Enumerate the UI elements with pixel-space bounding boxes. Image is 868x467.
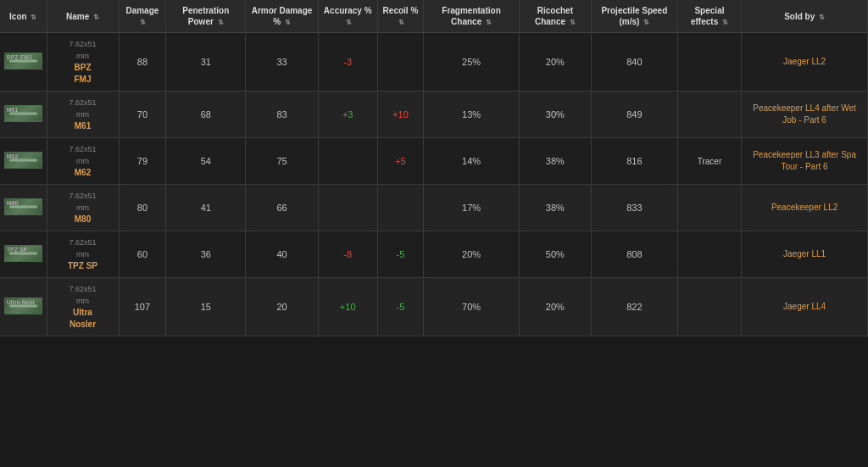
recoil-cell <box>377 33 424 92</box>
fragmentation-cell: 20% <box>424 231 519 278</box>
sort-arrow-icon: ⇅ <box>93 14 99 22</box>
accuracy-cell <box>318 185 377 231</box>
icon-label: Ultra Nosl <box>7 299 35 305</box>
table-row: BPZ FMJ7.62x51mmBPZFMJ883133-325%20%840J… <box>0 33 868 92</box>
special-effects-cell <box>677 33 741 92</box>
icon-cell: Ultra Nosl <box>0 278 47 336</box>
name-cell: 7.62x51mmUltraNosler <box>47 278 119 336</box>
ammo-icon: M62 <box>4 152 42 169</box>
ammo-name: M62 <box>75 168 91 177</box>
penetration-cell: 68 <box>166 92 246 138</box>
damage-cell: 88 <box>119 33 166 92</box>
accuracy-cell <box>318 138 377 185</box>
ammo-table: Icon ⇅ Name ⇅ Damage ⇅ Penetration Power… <box>0 0 868 336</box>
ricochet-cell: 38% <box>519 185 591 231</box>
col-sold-by[interactable]: Sold by ⇅ <box>742 0 868 33</box>
penetration-cell: 54 <box>166 138 246 185</box>
ammo-icon: M80 <box>4 198 42 215</box>
col-damage[interactable]: Damage ⇅ <box>119 0 166 33</box>
recoil-cell: -5 <box>377 278 424 336</box>
col-recoil[interactable]: Recoil % ⇅ <box>377 0 424 33</box>
ricochet-cell: 30% <box>519 92 591 138</box>
penetration-cell: 31 <box>166 33 246 92</box>
special-effects-cell <box>677 278 741 336</box>
penetration-cell: 15 <box>166 278 246 336</box>
col-projectile-speed[interactable]: Projectile Speed (m/s) ⇅ <box>591 0 677 33</box>
col-name[interactable]: Name ⇅ <box>47 0 119 33</box>
ammo-name: M61 <box>75 121 91 131</box>
armor-damage-cell: 66 <box>246 185 319 231</box>
col-ricochet[interactable]: Ricochet Chance ⇅ <box>519 0 591 33</box>
table-row: M627.62x51mmM62795475+514%38%816TracerPe… <box>0 138 868 185</box>
projectile-speed-cell: 833 <box>591 185 677 231</box>
table-row: M617.62x51mmM61706883+3+1013%30%849Peace… <box>0 92 868 138</box>
recoil-cell: -5 <box>377 231 424 278</box>
ammo-name: M80 <box>75 214 91 224</box>
armor-damage-cell: 33 <box>246 33 319 92</box>
ricochet-cell: 20% <box>519 33 591 92</box>
col-armor-damage[interactable]: Armor Damage % ⇅ <box>246 0 319 33</box>
special-effects-cell <box>677 92 741 138</box>
projectile-speed-cell: 808 <box>591 231 677 278</box>
recoil-cell: +10 <box>377 92 424 138</box>
accuracy-value: +10 <box>340 302 356 312</box>
damage-cell: 60 <box>119 231 166 278</box>
ammo-icon: Ultra Nosl <box>4 297 42 314</box>
recoil-cell: +5 <box>377 138 424 185</box>
name-cell: 7.62x51mmBPZFMJ <box>47 33 119 92</box>
accuracy-cell: -8 <box>318 231 377 278</box>
sort-arrow-icon: ⇅ <box>722 19 728 27</box>
sort-arrow-icon: ⇅ <box>643 19 649 27</box>
damage-cell: 80 <box>119 185 166 231</box>
fragmentation-cell: 13% <box>424 92 519 138</box>
sold-by-cell: Peacekeeper LL4 after Wet Job - Part 6 <box>742 92 868 138</box>
damage-cell: 79 <box>119 138 166 185</box>
recoil-value: +10 <box>392 109 409 120</box>
recoil-value: +5 <box>395 156 406 166</box>
ammo-icon: BPZ FMJ <box>4 53 42 69</box>
sort-arrow-icon: ⇅ <box>140 19 146 27</box>
sort-arrow-icon: ⇅ <box>218 19 224 27</box>
icon-cell: BPZ FMJ <box>0 33 47 92</box>
recoil-cell <box>377 185 424 231</box>
col-icon[interactable]: Icon ⇅ <box>0 0 47 33</box>
col-penetration[interactable]: Penetration Power ⇅ <box>166 0 246 33</box>
col-fragmentation[interactable]: Fragmentation Chance ⇅ <box>424 0 519 33</box>
table-header: Icon ⇅ Name ⇅ Damage ⇅ Penetration Power… <box>0 0 868 33</box>
ammo-caliber: 7.62x51mm <box>69 238 96 259</box>
table-body: BPZ FMJ7.62x51mmBPZFMJ883133-325%20%840J… <box>0 33 868 336</box>
icon-label: BPZ FMJ <box>7 54 32 60</box>
icon-label: M62 <box>7 153 19 159</box>
fragmentation-cell: 70% <box>424 278 519 336</box>
armor-damage-cell: 20 <box>246 278 319 336</box>
sort-arrow-icon: ⇅ <box>486 19 492 27</box>
ammo-caliber: 7.62x51mm <box>69 192 96 212</box>
name-cell: 7.62x51mmM61 <box>47 92 119 138</box>
name-cell: 7.62x51mmM80 <box>47 185 119 231</box>
special-effects-cell <box>677 231 741 278</box>
sort-arrow-icon: ⇅ <box>819 14 825 22</box>
ammo-caliber: 7.62x51mm <box>69 145 96 165</box>
icon-cell: M62 <box>0 138 47 185</box>
ammo-caliber: 7.62x51mm <box>69 40 96 60</box>
col-special-effects[interactable]: Special effects ⇅ <box>677 0 741 33</box>
col-accuracy[interactable]: Accuracy % ⇅ <box>318 0 377 33</box>
recoil-value: -5 <box>397 249 405 259</box>
ricochet-cell: 20% <box>519 278 591 336</box>
armor-damage-cell: 83 <box>246 92 319 138</box>
sold-by-cell: Peacekeeper LL3 after Spa Tour - Part 6 <box>742 138 868 185</box>
table-container: Icon ⇅ Name ⇅ Damage ⇅ Penetration Power… <box>0 0 868 336</box>
ammo-name: TPZ SP <box>68 261 97 270</box>
fragmentation-cell: 25% <box>424 33 519 92</box>
ricochet-cell: 50% <box>519 231 591 278</box>
icon-label: M80 <box>7 200 19 206</box>
accuracy-value: +3 <box>342 109 353 120</box>
ammo-icon: M61 <box>4 105 42 122</box>
fragmentation-cell: 14% <box>424 138 519 185</box>
sold-by-cell: Jaeger LL1 <box>742 231 868 278</box>
sold-by-cell: Jaeger LL4 <box>742 278 868 336</box>
name-cell: 7.62x51mmTPZ SP <box>47 231 119 278</box>
sort-arrow-icon: ⇅ <box>346 19 352 27</box>
penetration-cell: 36 <box>166 231 246 278</box>
icon-cell: TPZ SP <box>0 231 47 278</box>
